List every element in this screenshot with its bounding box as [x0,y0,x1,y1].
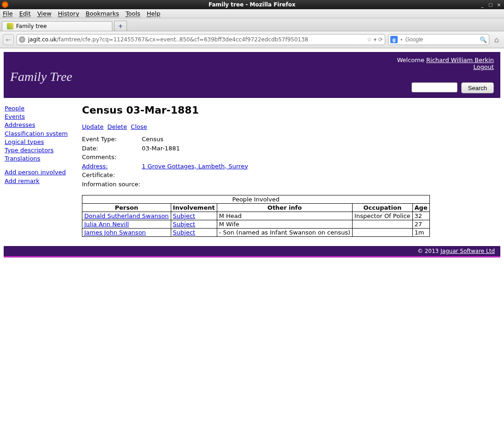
label-source: Information source: [82,180,142,189]
th-other: Other info [217,204,352,212]
site-footer: © 2013 Jaguar Software Ltd [4,246,500,258]
label-date: Date: [82,144,142,153]
dropdown-icon[interactable]: ▾ [374,36,377,43]
person-link[interactable]: Donald Sutherland Swanson [84,212,169,219]
url-bar[interactable]: jagit.co.uk/famtree/cfe.py?cq=112455767&… [17,34,385,45]
label-event-type: Event Type: [82,135,142,144]
google-icon: g [390,36,398,43]
company-link[interactable]: Jaguar Software Ltd [440,248,495,254]
cell-age: 32 [412,212,429,220]
user-link[interactable]: Richard William Berkin [426,57,494,63]
sidebar-item-logical-types[interactable]: Logical types [5,138,73,146]
involvement-link[interactable]: Subject [173,221,196,228]
label-certificate: Certificate: [82,171,142,180]
menu-history[interactable]: History [58,10,79,17]
delete-link[interactable]: Delete [107,123,127,130]
cell-age: 27 [412,220,429,229]
logout-link[interactable]: Logout [473,63,494,70]
site-banner: Welcome Richard William Berkin Logout Fa… [4,52,500,98]
label-comments: Comments: [82,153,142,162]
sidebar-item-type-descriptors[interactable]: Type descriptors [5,146,73,155]
url-text: jagit.co.uk/famtree/cfe.py?cq=112455767&… [28,36,364,43]
menu-tools[interactable]: Tools [126,10,140,17]
reload-icon[interactable]: ⟳ [378,36,383,43]
tab-label: Family tree [16,23,47,29]
search-bar[interactable]: g ▾ 🔍 [388,34,489,45]
main-content: Census 03-Mar-1881 Update Delete Close E… [82,104,500,237]
sidebar-item-events[interactable]: Events [5,113,73,121]
search-dropdown-icon[interactable]: ▾ [400,37,403,42]
sidebar-item-translations[interactable]: Translations [5,155,73,163]
welcome-prefix: Welcome [397,57,426,63]
maximize-icon[interactable]: □ [487,1,494,8]
involvement-link[interactable]: Subject [173,229,196,236]
th-involvement: Involvement [171,204,217,212]
people-involved-table: People Involved Person Involvement Other… [82,195,430,237]
menu-file[interactable]: File [3,10,13,17]
menu-help[interactable]: Help [147,10,161,17]
update-link[interactable]: Update [82,123,104,130]
cell-other: M Wife [217,220,352,229]
sidebar-action-add-person[interactable]: Add person involved [5,168,73,177]
table-caption: People Involved [82,195,430,204]
new-tab-button[interactable]: + [114,21,127,31]
site-search-button[interactable]: Search [461,82,494,93]
menu-view[interactable]: View [37,10,52,17]
page-title: Census 03-Mar-1881 [82,104,500,116]
back-button[interactable]: ← [3,34,14,45]
minimize-icon[interactable]: _ [479,1,486,8]
close-link[interactable]: Close [131,123,147,130]
tab-favicon [7,23,13,29]
involvement-link[interactable]: Subject [173,212,196,219]
cell-age: 1m [412,229,429,237]
close-icon[interactable]: × [496,1,502,8]
menu-bookmarks[interactable]: Bookmarks [86,10,119,17]
search-icon[interactable]: 🔍 [480,36,487,43]
table-row: Donald Sutherland Swanson Subject M Head… [82,212,430,220]
copyright-text: © 2013 [417,248,440,254]
home-icon[interactable]: ⌂ [492,35,501,44]
sidebar-item-people[interactable]: People [5,104,73,113]
window-title: Family tree - Mozilla Firefox [209,1,295,8]
value-event-type: Census [142,135,163,144]
sidebar-item-addresses[interactable]: Addresses [5,121,73,129]
site-search-input[interactable] [411,82,458,92]
sidebar: People Events Addresses Classification s… [4,104,73,237]
table-header-row: Person Involvement Other info Occupation… [82,204,430,212]
person-link[interactable]: Julia Ann Nevill [84,221,129,228]
table-row: Julia Ann Nevill Subject M Wife 27 [82,220,430,229]
browser-search-input[interactable] [406,36,477,43]
cell-other: - Son (named as Infant Swanson on census… [217,229,352,237]
sidebar-item-classification[interactable]: Classification system [5,130,73,138]
th-occupation: Occupation [353,204,412,212]
navbar: ← jagit.co.uk/famtree/cfe.py?cq=11245576… [0,31,504,48]
sidebar-action-add-remark[interactable]: Add remark [5,177,73,185]
tabstrip: Family tree + [0,18,504,31]
menubar: File Edit View History Bookmarks Tools H… [0,9,504,18]
welcome-block: Welcome Richard William Berkin Logout [397,57,494,70]
globe-icon [19,36,25,43]
browser-tab[interactable]: Family tree [2,21,112,31]
th-age: Age [412,204,429,212]
record-actions: Update Delete Close [82,123,500,130]
cell-occupation: Inspector Of Police [353,212,412,220]
table-row: James John Swanson Subject - Son (named … [82,229,430,237]
label-address-link[interactable]: Address: [82,163,108,170]
menu-edit[interactable]: Edit [19,10,31,17]
event-details: Event Type:Census Date:03-Mar-1881 Comme… [82,135,500,189]
firefox-icon [2,1,8,8]
cell-occupation [353,220,412,229]
value-address-link[interactable]: 1 Grove Gottages, Lambeth, Surrey [142,163,248,170]
window-titlebar: Family tree - Mozilla Firefox _ □ × [0,0,504,9]
th-person: Person [82,204,171,212]
person-link[interactable]: James John Swanson [84,229,146,236]
value-date: 03-Mar-1881 [142,144,180,153]
cell-other: M Head [217,212,352,220]
cell-occupation [353,229,412,237]
bookmark-icon[interactable]: ☆ [367,36,372,43]
